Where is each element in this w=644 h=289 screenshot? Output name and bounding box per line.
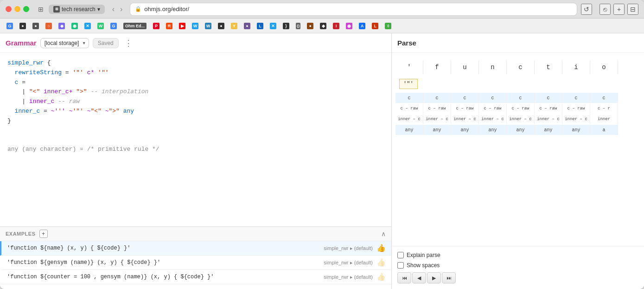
address-bar[interactable]: 🔒 ohmjs.org/editor/ [130, 3, 577, 16]
bookmark-w1[interactable]: W [95, 22, 107, 30]
example-thumb-2: 👍 [376, 258, 386, 267]
code-line-5: | inner_c -- raw [7, 97, 384, 107]
maximize-button[interactable] [23, 6, 29, 12]
bookmark-icon-w1: W [97, 23, 104, 29]
bookmark-a[interactable]: A [356, 22, 368, 30]
bookmark-yt[interactable]: ▶ [176, 22, 188, 30]
node-c-5: c [479, 93, 507, 103]
bookmark-x[interactable]: ✕ [82, 22, 94, 30]
bookmark-icon-w3: W [205, 23, 211, 29]
show-spaces-row: Show spaces [397, 262, 440, 269]
bookmark-icon-li: L [257, 23, 263, 29]
traffic-lights [6, 6, 29, 12]
bookmark-icon-purple: ◆ [58, 23, 65, 29]
bookmark-gh4[interactable]: ● [241, 22, 253, 30]
forward-button[interactable]: › [118, 4, 124, 14]
bookmark-g2[interactable]: G [108, 22, 120, 30]
example-rule-3: simple_rwr ▸ (default) [324, 274, 373, 280]
code-editor[interactable]: simple_rwr { rewriteString = '"' c* '"' … [0, 53, 391, 226]
bookmark-gh2[interactable]: ● [30, 22, 42, 30]
parse-title: Parse [397, 39, 416, 47]
playback-controls: ⏮ ◀ ▶ ⏭ [397, 272, 456, 283]
skip-back-button[interactable]: ⏮ [397, 272, 411, 283]
bookmark-gpt[interactable]: ◉ [69, 22, 81, 30]
bookmark-green[interactable]: ◊ [382, 22, 394, 30]
tab-favicon: ⊞ [53, 6, 60, 13]
bookmark-w2[interactable]: W [189, 22, 201, 30]
minimize-button[interactable] [14, 6, 20, 12]
bookmark-paw[interactable]: ◆ [317, 22, 329, 30]
node-any-8: any [562, 125, 590, 135]
bookmark-twitter[interactable]: ✕ [267, 22, 279, 30]
step-back-button[interactable]: ◀ [412, 272, 426, 283]
bookmark-w3[interactable]: W [202, 22, 214, 30]
refresh-button[interactable]: ↺ [581, 4, 592, 15]
bookmark-icon-gh4: ● [244, 23, 250, 29]
example-row-1[interactable]: 'function ${name} (x, y) { ${code} }' si… [0, 241, 391, 256]
bookmark-i[interactable]: I [330, 22, 342, 30]
parse-header: Parse [392, 33, 644, 53]
bookmark-o[interactable]: ○ [43, 22, 55, 30]
bookmark-g[interactable]: G [4, 22, 16, 30]
bookmark-ohm[interactable]: Ohm Ed... [121, 22, 149, 30]
bookmark-p[interactable]: P [150, 22, 162, 30]
bookmark-lred[interactable]: L [369, 22, 381, 30]
show-spaces-checkbox[interactable] [397, 262, 404, 269]
parse-panel: Parse ' f u n c t i o [392, 33, 644, 289]
bookmark-j[interactable]: } [280, 22, 292, 30]
node-craw-3: c – raw [423, 103, 451, 114]
controls-area: Explain parse Show spaces ⏮ ◀ ▶ ⏭ [392, 246, 644, 289]
bookmark-icon-green: ◊ [385, 23, 391, 29]
bookmark-r[interactable]: R [163, 22, 175, 30]
step-forward-button[interactable]: ▶ [427, 272, 441, 283]
example-row-3[interactable]: 'function ${counter = 100 , gensym (name… [0, 270, 391, 284]
collapse-examples-button[interactable]: ∧ [381, 230, 386, 238]
bookmark-y[interactable]: Y [228, 22, 240, 30]
node-any-2: any [395, 125, 423, 135]
example-row-2[interactable]: 'function ${gensym (name)} (x, y) { ${co… [0, 256, 391, 270]
more-options-button[interactable]: ⋮ [122, 37, 134, 49]
bookmark-pink[interactable]: ◉ [343, 22, 355, 30]
char-apostrophe: ' [395, 60, 423, 74]
windows-icon[interactable]: ⊟ [627, 4, 638, 15]
bookmark-purple[interactable]: ◆ [56, 22, 68, 30]
storage-select[interactable]: [local storage] [40, 38, 89, 48]
example-rule-2: simple_rwr ▸ (default) [324, 260, 373, 266]
sidebar-toggle-button[interactable]: ⊞ [37, 4, 45, 14]
node-craw-8: c – raw [562, 103, 590, 114]
tab-label: tech research [62, 6, 96, 13]
char-u: u [451, 60, 479, 74]
parse-tree-area[interactable]: ' f u n c t i o '"' [392, 53, 644, 246]
top-chars-row: ' f u n c t i o [395, 60, 640, 74]
char-i: i [562, 60, 590, 74]
address-text: ohmjs.org/editor/ [144, 6, 189, 13]
back-button[interactable]: ‹ [110, 4, 116, 14]
char-o: o [590, 60, 618, 74]
bookmark-icon-g: G [6, 23, 13, 29]
bookmark-icon-gh2: ● [32, 23, 39, 29]
examples-header: EXAMPLES + ∧ [0, 227, 391, 241]
bookmark-icon-pink: ◉ [346, 23, 352, 29]
node-any-3: any [423, 125, 451, 135]
new-tab-icon[interactable]: + [613, 4, 625, 15]
add-example-button[interactable]: + [39, 230, 48, 238]
bookmark-gh1[interactable]: ● [17, 22, 29, 30]
node-innerc-7: inner – c [535, 114, 562, 124]
active-tab[interactable]: ⊞ tech research ▾ [49, 5, 105, 14]
explain-parse-checkbox[interactable] [397, 252, 404, 258]
bookmark-li[interactable]: L [254, 22, 266, 30]
share-icon[interactable]: ⎋ [599, 4, 611, 15]
node-c-6: c [507, 93, 535, 103]
skip-forward-button[interactable]: ⏭ [442, 272, 456, 283]
bookmark-dot1[interactable]: ● [304, 22, 316, 30]
node-innerc-4: inner – c [451, 114, 479, 124]
bookmark-gh3[interactable]: ● [215, 22, 227, 30]
grammar-title: Grammar [6, 39, 37, 47]
lock-icon: 🔒 [135, 6, 141, 12]
node-c-3: c [423, 93, 451, 103]
browser-window: ⊞ ⊞ tech research ▾ ‹ › 🔒 ohmjs.org/edit… [0, 0, 644, 289]
node-innerc-5: inner – c [479, 114, 507, 124]
close-button[interactable] [6, 6, 12, 12]
example-text-3: 'function ${counter = 100 , gensym (name… [7, 274, 324, 280]
bookmark-braces[interactable]: {} [293, 22, 303, 30]
